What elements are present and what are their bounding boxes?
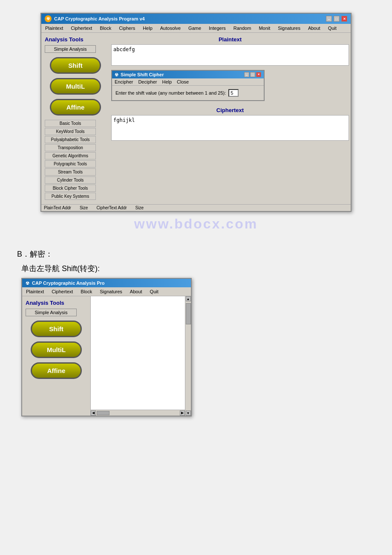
- menu-autosolve[interactable]: Autosolve: [159, 25, 182, 31]
- second-window-title: CAP Cryptographic Analysis Pro: [32, 280, 105, 286]
- sub-encipher[interactable]: Encipher: [115, 79, 133, 84]
- menu-ciphers[interactable]: Ciphers: [118, 25, 136, 31]
- minimize-button[interactable]: –: [326, 16, 332, 22]
- window-title: CAP Cryptographic Analysis Program v4: [54, 16, 145, 21]
- sub-restore-button[interactable]: □: [250, 72, 255, 77]
- scroll-h-thumb[interactable]: [97, 411, 110, 415]
- section-b-label: B．解密：: [17, 249, 383, 259]
- tool-list: Basic Tools KeyWord Tools Polyalphabetic…: [45, 120, 106, 200]
- menu-bar: Plaintext Ciphertext Block Ciphers Help …: [41, 24, 351, 33]
- ciphertext-label: Ciphertext: [111, 105, 349, 115]
- status-ciphertext-addr: CipherText Addr: [96, 205, 127, 210]
- close-button[interactable]: ✕: [341, 16, 347, 22]
- second-analysis-tools-title: Analysis Tools: [26, 300, 87, 306]
- polyalphabetic-tools-item[interactable]: Polyalphabetic Tools: [45, 136, 96, 143]
- scroll-up-button[interactable]: ▲: [186, 296, 191, 301]
- scroll-thumb[interactable]: [186, 303, 191, 324]
- main-window: ☢ CAP Cryptographic Analysis Program v4 …: [40, 13, 352, 212]
- ciphertext-value: fghijkl: [113, 117, 135, 123]
- second-menu-block[interactable]: Block: [79, 289, 93, 295]
- second-shift-button[interactable]: Shift: [31, 321, 82, 337]
- status-ciphertext-size: Size: [135, 205, 144, 210]
- stream-tools-item[interactable]: Stream Tools: [45, 168, 96, 176]
- menu-quit[interactable]: Quit: [327, 25, 338, 31]
- plaintext-box[interactable]: abcdefg: [111, 44, 349, 66]
- menu-plaintext[interactable]: Plaintext: [44, 25, 64, 31]
- sub-dialog-title-bar: ☢ Simple Shift Cipher – □ ✕: [112, 71, 264, 78]
- second-simple-analysis-button[interactable]: Simple Analysis: [26, 309, 77, 316]
- menu-signatures[interactable]: Signatures: [277, 25, 302, 31]
- second-title-bar: ☢ CAP Cryptographic Analysis Pro: [22, 279, 191, 287]
- second-menu-signatures[interactable]: Signatures: [98, 289, 124, 295]
- sub-close-menu[interactable]: Close: [177, 79, 189, 84]
- shift-input-row: Enter the shift value (any number betwee…: [115, 89, 260, 97]
- shift-value-input[interactable]: [228, 89, 239, 97]
- title-bar-controls: – □ ✕: [326, 16, 347, 22]
- second-sidebar: Analysis Tools Simple Analysis Shift Mul…: [22, 296, 90, 416]
- menu-help[interactable]: Help: [141, 25, 154, 31]
- sub-minimize-button[interactable]: –: [244, 72, 249, 77]
- block-cipher-tools-item[interactable]: Block Cipher Tools: [45, 185, 96, 192]
- plaintext-value: abcdefg: [113, 46, 135, 52]
- maximize-button[interactable]: □: [334, 16, 340, 22]
- simple-analysis-button[interactable]: Simple Analysis: [45, 45, 96, 53]
- scroll-left-button[interactable]: ◀: [91, 410, 96, 416]
- menu-monit[interactable]: Monit: [257, 25, 271, 31]
- sub-dialog-icon: ☢: [115, 72, 118, 77]
- sub-dialog-title-text: Simple Shift Cipher: [121, 72, 164, 77]
- app-icon: ☢: [45, 15, 52, 22]
- multil-button[interactable]: MultiL: [50, 78, 101, 95]
- analysis-tools-title: Analysis Tools: [45, 36, 106, 43]
- title-bar: ☢ CAP Cryptographic Analysis Program v4 …: [41, 14, 351, 24]
- status-plaintext-size: Size: [80, 205, 88, 210]
- sub-decipher[interactable]: Decipher: [138, 79, 157, 84]
- status-bar: PlainText Addr Size CipherText Addr Size: [41, 204, 351, 211]
- ciphertext-box[interactable]: fghijkl: [111, 115, 349, 141]
- menu-random[interactable]: Random: [232, 25, 253, 31]
- content-area: Analysis Tools Simple Analysis Shift Mul…: [41, 33, 351, 204]
- scroll-right-button[interactable]: ▶: [180, 410, 185, 416]
- keyword-tools-item[interactable]: KeyWord Tools: [45, 128, 96, 135]
- polygraphic-tools-item[interactable]: Polygraphic Tools: [45, 160, 96, 168]
- section-b-instruction: 单击左导航 Shift(转变):: [21, 263, 383, 274]
- menu-about[interactable]: About: [307, 25, 322, 31]
- scroll-down-button[interactable]: ▼: [186, 410, 191, 416]
- menu-ciphertext[interactable]: Ciphertext: [69, 25, 93, 31]
- main-panel: Plaintext abcdefg ☢ Simple Shift Cipher …: [110, 33, 351, 204]
- sub-close-button[interactable]: ✕: [256, 72, 261, 77]
- second-app-icon: ☢: [26, 281, 29, 286]
- plaintext-label: Plaintext: [111, 35, 349, 44]
- second-content: Analysis Tools Simple Analysis Shift Mul…: [22, 296, 191, 416]
- affine-button[interactable]: Affine: [50, 99, 101, 116]
- genetic-algorithms-item[interactable]: Genetic Algorithms: [45, 152, 96, 159]
- shift-prompt: Enter the shift value (any number betwee…: [115, 90, 226, 95]
- menu-game[interactable]: Game: [187, 25, 202, 31]
- sub-help[interactable]: Help: [162, 79, 172, 84]
- basic-tools-item[interactable]: Basic Tools: [45, 120, 96, 127]
- second-menu-bar: Plaintext Ciphertext Block Signatures Ab…: [22, 287, 191, 296]
- cylinder-tools-item[interactable]: Cylinder Tools: [45, 176, 96, 184]
- scrollbar-bottom[interactable]: ◀ ▶: [91, 410, 185, 416]
- second-main-panel: ▲ ▼ ◀ ▶: [90, 296, 191, 416]
- scrollbar-right[interactable]: ▲ ▼: [185, 296, 191, 416]
- second-menu-ciphertext[interactable]: Ciphertext: [50, 289, 74, 295]
- second-affine-button[interactable]: Affine: [31, 362, 82, 379]
- second-window: ☢ CAP Cryptographic Analysis Pro Plainte…: [21, 278, 192, 416]
- sub-content: Enter the shift value (any number betwee…: [112, 86, 264, 100]
- menu-integers[interactable]: Integers: [208, 25, 227, 31]
- sub-menu-bar: Encipher Decipher Help Close: [112, 78, 264, 86]
- sidebar: Analysis Tools Simple Analysis Shift Mul…: [41, 33, 110, 204]
- second-menu-plaintext[interactable]: Plaintext: [25, 289, 45, 295]
- transposition-item[interactable]: Transposition: [45, 144, 96, 151]
- second-menu-about[interactable]: About: [129, 289, 144, 295]
- title-bar-left: ☢ CAP Cryptographic Analysis Program v4: [45, 15, 145, 22]
- sub-dialog-controls: – □ ✕: [244, 72, 261, 77]
- second-menu-quit[interactable]: Quit: [149, 289, 160, 295]
- status-plaintext-addr: PlainText Addr: [44, 205, 71, 210]
- public-key-systems-item[interactable]: Public Key Systems: [45, 193, 96, 200]
- second-multil-button[interactable]: MultiL: [31, 341, 82, 358]
- shift-button[interactable]: Shift: [50, 57, 101, 74]
- sub-dialog: ☢ Simple Shift Cipher – □ ✕ Encipher Dec…: [111, 70, 265, 101]
- watermark: www.bdocx.com: [9, 212, 383, 236]
- menu-block[interactable]: Block: [98, 25, 112, 31]
